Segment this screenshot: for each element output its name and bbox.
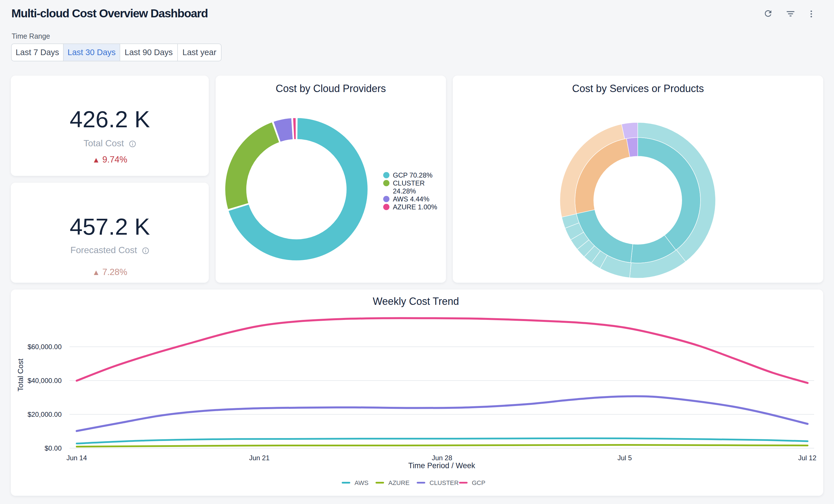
svg-text:Jun 28: Jun 28 xyxy=(432,454,452,462)
svg-text:AWS 4.44%: AWS 4.44% xyxy=(393,195,430,203)
svg-text:GCP 70.28%: GCP 70.28% xyxy=(393,171,433,179)
svg-text:$20,000.00: $20,000.00 xyxy=(27,411,62,418)
svg-text:Jun 21: Jun 21 xyxy=(249,454,269,462)
svg-text:AZURE: AZURE xyxy=(388,479,410,486)
svg-text:GCP: GCP xyxy=(472,479,485,486)
svg-text:AZURE 1.00%: AZURE 1.00% xyxy=(393,203,437,211)
svg-text:Jun 14: Jun 14 xyxy=(66,454,87,462)
svg-text:Time Period / Week: Time Period / Week xyxy=(408,461,475,470)
svg-text:AWS: AWS xyxy=(354,479,368,486)
svg-text:CLUSTER: CLUSTER xyxy=(393,179,425,187)
svg-text:CLUSTER: CLUSTER xyxy=(430,479,459,486)
svg-text:$0.00: $0.00 xyxy=(45,444,62,452)
svg-text:$40,000.00: $40,000.00 xyxy=(27,377,62,385)
svg-text:24.28%: 24.28% xyxy=(393,187,416,195)
svg-text:Total Cost: Total Cost xyxy=(16,358,25,391)
svg-text:Weekly Cost Trend: Weekly Cost Trend xyxy=(373,295,459,307)
svg-text:$60,000.00: $60,000.00 xyxy=(27,343,62,351)
svg-text:Jul 5: Jul 5 xyxy=(618,454,632,462)
svg-text:Jul 12: Jul 12 xyxy=(798,454,816,462)
